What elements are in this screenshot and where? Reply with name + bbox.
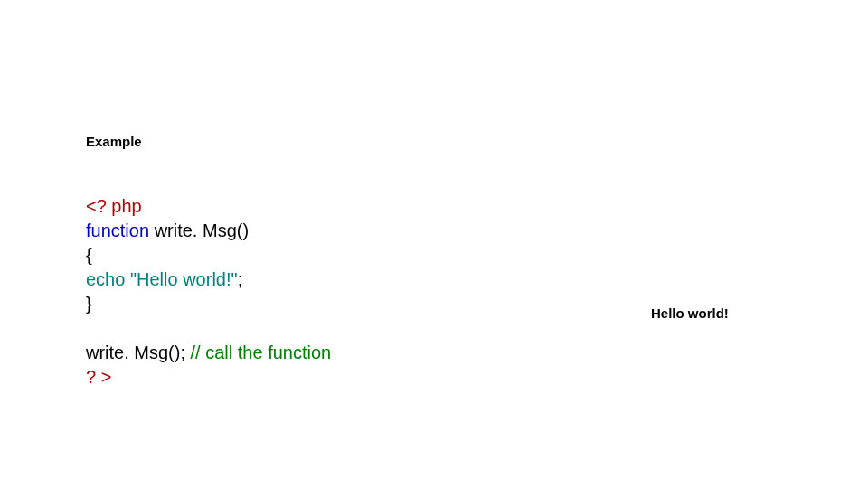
- parens: (): [237, 221, 249, 240]
- brace-open: {: [86, 245, 92, 265]
- php-open-tag: <? php: [86, 196, 142, 216]
- code-line-close-tag: ? >: [86, 365, 331, 389]
- code-line-open-tag: <? php: [86, 194, 331, 219]
- code-line-brace-open: {: [86, 243, 331, 267]
- code-line-func-decl: function write. Msg(): [86, 219, 331, 243]
- comment: // call the function: [191, 343, 332, 362]
- code-line-call: write. Msg(); // call the function: [86, 341, 331, 365]
- example-heading: Example: [86, 134, 142, 149]
- output-text: Hello world!: [651, 305, 729, 321]
- code-line-brace-close: }: [86, 292, 331, 316]
- code-line-echo: echo "Hello world!";: [86, 267, 331, 292]
- code-blank-line: [86, 316, 331, 341]
- function-call: write. Msg();: [86, 343, 191, 362]
- brace-close: }: [86, 294, 92, 314]
- echo-string: "Hello world!": [130, 269, 238, 289]
- function-name: write. Msg: [155, 221, 237, 240]
- echo-semicolon: ;: [238, 269, 243, 289]
- code-example: <? php function write. Msg() { echo "Hel…: [86, 194, 331, 389]
- keyword-function: function: [86, 221, 149, 240]
- php-close-tag: ? >: [86, 367, 111, 387]
- echo-keyword: echo: [86, 269, 130, 289]
